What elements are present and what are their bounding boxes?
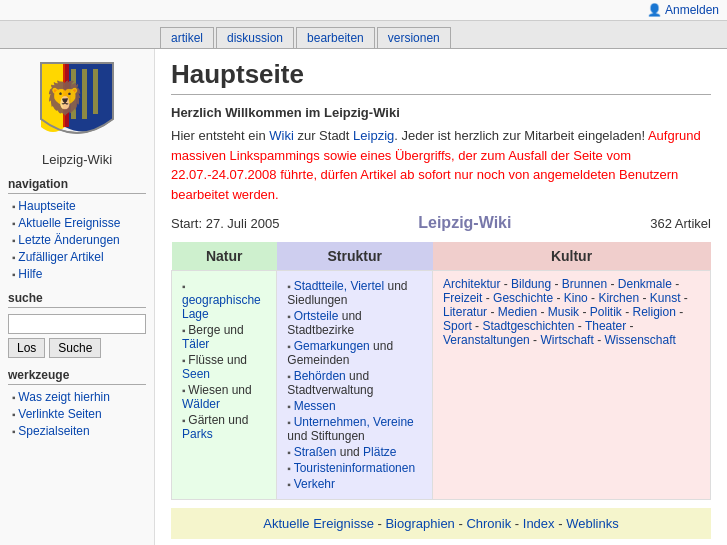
- struktur-link-gemarkungen[interactable]: Gemarkungen: [294, 339, 370, 353]
- natur-link-geolage[interactable]: geographische Lage: [182, 293, 261, 321]
- natur-link-waelder[interactable]: Wälder: [182, 397, 220, 411]
- user-icon: 👤: [647, 3, 662, 17]
- kultur-link-religion[interactable]: Religion: [632, 305, 675, 319]
- svg-text:🦁: 🦁: [45, 79, 85, 117]
- search-section-title: suche: [8, 291, 146, 308]
- struktur-link-strassen[interactable]: Straßen: [294, 445, 337, 459]
- natur-item-gaerten: Gärten und Parks: [182, 413, 266, 441]
- sidebar-item-spezial[interactable]: Spezialseiten: [18, 424, 89, 438]
- cell-natur: geographische Lage Berge und Täler Flüss…: [172, 271, 277, 500]
- natur-item-fluesse: Flüsse und Seen: [182, 353, 266, 381]
- kultur-link-veranstaltungen[interactable]: Veranstaltungen: [443, 333, 530, 347]
- footer-link-index[interactable]: Index: [523, 516, 555, 531]
- sidebar-item-aktuelle[interactable]: Aktuelle Ereignisse: [18, 216, 120, 230]
- footer-link-aktuelle[interactable]: Aktuelle Ereignisse: [263, 516, 374, 531]
- kultur-link-kino[interactable]: Kino: [564, 291, 588, 305]
- natur-item-wiesen: Wiesen und Wälder: [182, 383, 266, 411]
- tab-bearbeiten[interactable]: bearbeiten: [296, 27, 375, 48]
- tab-artikel[interactable]: artikel: [160, 27, 214, 48]
- struktur-link-touristinfo[interactable]: Touristeninformationen: [294, 461, 415, 475]
- leipzig-link[interactable]: Leipzig: [353, 128, 394, 143]
- kultur-link-kirchen[interactable]: Kirchen: [598, 291, 639, 305]
- sidebar-item-verlinkte[interactable]: Verlinkte Seiten: [18, 407, 101, 421]
- logo-area: 🦁 Leipzig-Wiki: [8, 59, 146, 167]
- warning-text: Aufgrund massiven Linkspammings sowie ei…: [171, 128, 701, 202]
- kultur-link-stadtgeschichten[interactable]: Stadtgeschichten: [482, 319, 574, 333]
- header-natur: Natur: [172, 242, 277, 271]
- kultur-link-wissenschaft[interactable]: Wissenschaft: [604, 333, 675, 347]
- tab-versionen[interactable]: versionen: [377, 27, 451, 48]
- natur-link-taeler[interactable]: Täler: [182, 337, 209, 351]
- natur-link-seen[interactable]: Seen: [182, 367, 210, 381]
- kultur-link-theater[interactable]: Theater: [585, 319, 626, 333]
- login-link[interactable]: Anmelden: [665, 3, 719, 17]
- struktur-link-messen[interactable]: Messen: [294, 399, 336, 413]
- kultur-link-musik[interactable]: Musik: [548, 305, 579, 319]
- category-table: Natur Struktur Kultur geographische Lage…: [171, 242, 711, 500]
- kultur-link-politik[interactable]: Politik: [590, 305, 622, 319]
- page-title: Hauptseite: [171, 59, 711, 95]
- search-search-button[interactable]: Suche: [49, 338, 101, 358]
- struktur-item-5: Messen: [287, 399, 422, 413]
- cell-kultur: Architektur - Bildung - Brunnen - Denkma…: [433, 271, 711, 500]
- search-box: Los Suche: [8, 314, 146, 358]
- footer-link-weblinks[interactable]: Weblinks: [566, 516, 619, 531]
- kultur-link-kunst[interactable]: Kunst: [650, 291, 681, 305]
- tabs-bar: artikel diskussion bearbeiten versionen: [0, 21, 727, 49]
- header-struktur: Struktur: [277, 242, 433, 271]
- kultur-link-wirtschaft[interactable]: Wirtschaft: [540, 333, 593, 347]
- tools-section-title: werkzeuge: [8, 368, 146, 385]
- wiki-link[interactable]: Wiki: [269, 128, 294, 143]
- cell-struktur: Stadtteile, Viertel und Siedlungen Ortst…: [277, 271, 433, 500]
- kultur-link-literatur[interactable]: Literatur: [443, 305, 487, 319]
- sidebar-item-hilfe[interactable]: Hilfe: [18, 267, 42, 281]
- kultur-link-denkmale[interactable]: Denkmale: [618, 277, 672, 291]
- struktur-item-8: Touristeninformationen: [287, 461, 422, 475]
- sidebar-item-waszeigt[interactable]: Was zeigt hierhin: [18, 390, 110, 404]
- struktur-link-plaetze[interactable]: Plätze: [363, 445, 396, 459]
- wiki-title-center: Leipzig-Wiki: [418, 214, 511, 232]
- footer-link-chronik[interactable]: Chronik: [466, 516, 511, 531]
- page-layout: 🦁 Leipzig-Wiki navigation Hauptseite Akt…: [0, 49, 727, 545]
- struktur-link-verkehr[interactable]: Verkehr: [294, 477, 335, 491]
- sidebar-item-letzte[interactable]: Letzte Änderungen: [18, 233, 119, 247]
- struktur-item-2: Ortsteile und Stadtbezirke: [287, 309, 422, 337]
- struktur-link-unternehmen[interactable]: Unternehmen, Vereine: [294, 415, 414, 429]
- kultur-link-brunnen[interactable]: Brunnen: [562, 277, 607, 291]
- start-line: Start: 27. Juli 2005 Leipzig-Wiki 362 Ar…: [171, 214, 711, 232]
- kultur-links: Architektur - Bildung - Brunnen - Denkma…: [443, 277, 700, 347]
- kultur-link-bildung[interactable]: Bildung: [511, 277, 551, 291]
- sidebar-navigation: navigation Hauptseite Aktuelle Ereigniss…: [8, 177, 146, 281]
- footer-link-biographien[interactable]: Biographien: [385, 516, 454, 531]
- coat-of-arms-icon: 🦁: [37, 59, 117, 149]
- search-go-button[interactable]: Los: [8, 338, 45, 358]
- struktur-item-9: Verkehr: [287, 477, 422, 491]
- intro-heading: Herzlich Willkommen im Leipzig-Wiki: [171, 105, 711, 120]
- kultur-link-sport[interactable]: Sport: [443, 319, 472, 333]
- article-count: 362 Artikel: [650, 216, 711, 231]
- kultur-link-medien[interactable]: Medien: [498, 305, 537, 319]
- struktur-link-ortsteile[interactable]: Ortsteile: [294, 309, 339, 323]
- struktur-link-stadtteile[interactable]: Stadtteile, Viertel: [294, 279, 385, 293]
- search-buttons: Los Suche: [8, 338, 146, 358]
- kultur-link-freizeit[interactable]: Freizeit: [443, 291, 482, 305]
- footer-links-bar: Aktuelle Ereignisse - Biographien - Chro…: [171, 508, 711, 539]
- logo-label: Leipzig-Wiki: [8, 152, 146, 167]
- top-bar: 👤 Anmelden: [0, 0, 727, 21]
- natur-item-berge: Berge und Täler: [182, 323, 266, 351]
- intro-paragraph: Hier entsteht ein Wiki zur Stadt Leipzig…: [171, 126, 711, 204]
- tab-diskussion[interactable]: diskussion: [216, 27, 294, 48]
- struktur-link-behoerden[interactable]: Behörden: [294, 369, 346, 383]
- natur-link-parks[interactable]: Parks: [182, 427, 213, 441]
- kultur-link-geschichte[interactable]: Geschichte: [493, 291, 553, 305]
- struktur-item-1: Stadtteile, Viertel und Siedlungen: [287, 279, 422, 307]
- sidebar-item-zufaellig[interactable]: Zufälliger Artikel: [18, 250, 103, 264]
- svg-rect-3: [93, 69, 98, 114]
- nav-section-title: navigation: [8, 177, 146, 194]
- header-kultur: Kultur: [433, 242, 711, 271]
- main-content: Hauptseite Herzlich Willkommen im Leipzi…: [155, 49, 727, 545]
- sidebar-tools: werkzeuge Was zeigt hierhin Verlinkte Se…: [8, 368, 146, 438]
- search-input[interactable]: [8, 314, 146, 334]
- sidebar-item-hauptseite[interactable]: Hauptseite: [18, 199, 75, 213]
- kultur-link-architektur[interactable]: Architektur: [443, 277, 500, 291]
